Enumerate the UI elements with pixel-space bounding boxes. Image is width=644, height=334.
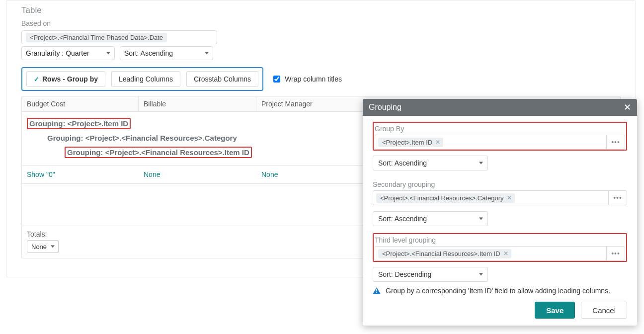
close-icon[interactable]: ✕ (624, 103, 631, 112)
tab-leading-columns[interactable]: Leading Columns (111, 71, 180, 87)
group-by-section: Group By <Project>.Item ID ✕ ••• (373, 122, 627, 151)
third-grouping-input[interactable]: <Project>.<Financial Resources>.Item ID … (375, 246, 606, 261)
clear-icon[interactable]: ✕ (435, 139, 440, 146)
tab-group-highlight: Rows - Group by Leading Columns Crosstab… (21, 67, 263, 91)
secondary-grouping-chip: <Project>.<Financial Resources>.Category… (376, 193, 515, 203)
third-grouping-section: Third level grouping <Project>.<Financia… (373, 233, 627, 262)
show-cell-billable[interactable]: None (144, 170, 160, 178)
group-by-input[interactable]: <Project>.Item ID ✕ (375, 135, 606, 150)
totals-dropdown[interactable]: None (27, 240, 59, 253)
third-grouping-chip: <Project>.<Financial Resources>.Item ID … (378, 249, 511, 258)
based-on-label: Based on (21, 19, 621, 27)
secondary-sort-dropdown[interactable]: Sort: Ascending (373, 211, 488, 226)
secondary-grouping-section: Secondary grouping <Project>.<Financial … (373, 177, 627, 206)
clear-icon[interactable]: ✕ (503, 250, 508, 257)
group-by-sort-dropdown[interactable]: Sort: Ascending (373, 156, 488, 170)
wrap-titles-checkbox[interactable]: Wrap column titles (271, 74, 342, 84)
col-header-budget[interactable]: Budget Cost (22, 96, 139, 111)
grouping-line-1[interactable]: Grouping: <Project>.Item ID (27, 118, 131, 129)
cancel-button[interactable]: Cancel (581, 302, 627, 319)
dialog-header[interactable]: Grouping ✕ (363, 99, 637, 116)
based-on-chip: <Project>.<Financial Time Phased Data>.D… (26, 33, 167, 42)
warning-icon (373, 287, 381, 294)
granularity-dropdown[interactable]: Granularity : Quarter (21, 46, 115, 60)
grouping-line-2[interactable]: Grouping: <Project>.<Financial Resources… (46, 133, 239, 143)
show-cell-pm[interactable]: None (261, 170, 278, 178)
col-header-billable[interactable]: Billable (139, 96, 256, 111)
grouping-dialog: Grouping ✕ Group By <Project>.Item ID ✕ … (363, 99, 637, 326)
group-by-more-button[interactable]: ••• (606, 135, 625, 150)
panel-title: Table (21, 5, 621, 15)
wrap-titles-input[interactable] (273, 76, 280, 83)
group-by-label: Group By (375, 125, 625, 133)
secondary-grouping-input[interactable]: <Project>.<Financial Resources>.Category… (373, 190, 608, 205)
clear-icon[interactable]: ✕ (507, 194, 512, 201)
grouping-line-3[interactable]: Grouping: <Project>.<Financial Resources… (65, 147, 252, 158)
secondary-grouping-label: Secondary grouping (373, 180, 627, 188)
info-message: Group by a corresponding 'Item ID' field… (373, 287, 627, 295)
based-sort-dropdown[interactable]: Sort: Ascending (120, 46, 213, 60)
group-by-chip: <Project>.Item ID ✕ (378, 138, 443, 147)
third-more-button[interactable]: ••• (606, 246, 625, 261)
tab-rows-groupby[interactable]: Rows - Group by (26, 71, 105, 87)
based-on-field[interactable]: <Project>.<Financial Time Phased Data>.D… (21, 30, 217, 44)
secondary-more-button[interactable]: ••• (608, 190, 627, 205)
save-button[interactable]: Save (535, 302, 575, 319)
dialog-title: Grouping (369, 103, 402, 112)
show-cell-budget[interactable]: Show "0" (27, 170, 55, 178)
third-grouping-label: Third level grouping (375, 236, 625, 244)
tab-crosstab-columns[interactable]: Crosstab Columns (186, 71, 258, 87)
third-sort-dropdown[interactable]: Sort: Descending (373, 267, 488, 282)
